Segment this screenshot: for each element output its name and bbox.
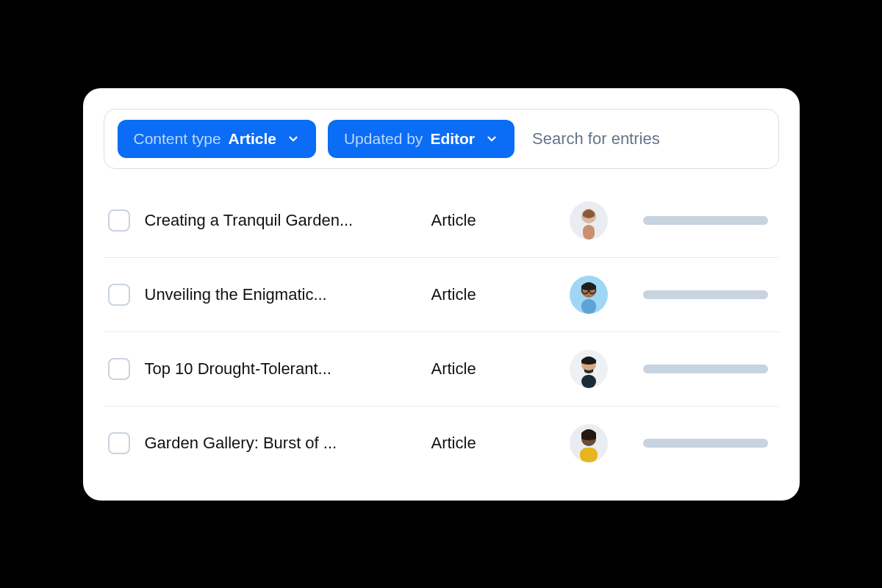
entry-row[interactable]: Creating a Tranquil Garden... Article (104, 184, 779, 258)
entry-type: Article (431, 434, 549, 453)
row-checkbox[interactable] (108, 432, 130, 454)
filter-value: Article (229, 130, 276, 148)
svg-rect-8 (581, 299, 596, 314)
entry-type: Article (431, 211, 549, 230)
filter-label: Content type (134, 130, 221, 148)
entry-row[interactable]: Unveiling the Enigmatic... Article (104, 258, 779, 332)
status-placeholder (643, 439, 768, 448)
row-checkbox[interactable] (108, 358, 130, 380)
chevron-down-icon (485, 132, 498, 146)
entry-row[interactable]: Top 10 Drought-Tolerant... Article (104, 332, 779, 406)
svg-rect-14 (580, 448, 598, 462)
status-placeholder (643, 290, 768, 299)
entry-title: Garden Gallery: Burst of ... (145, 434, 417, 453)
entry-row[interactable]: Garden Gallery: Burst of ... Article (104, 406, 779, 480)
filter-value: Editor (430, 130, 475, 148)
svg-rect-2 (583, 225, 595, 240)
entry-title: Top 10 Drought-Tolerant... (145, 359, 417, 379)
search-input[interactable] (526, 125, 764, 153)
chevron-down-icon (287, 132, 300, 146)
filter-label: Updated by (344, 130, 423, 148)
entry-type: Article (431, 359, 549, 379)
entry-title: Unveiling the Enigmatic... (145, 285, 417, 304)
avatar (570, 276, 608, 314)
status-placeholder (643, 216, 768, 225)
entry-title: Creating a Tranquil Garden... (145, 211, 417, 230)
entries-card: Content type Article Updated by Editor C… (83, 88, 800, 501)
status-placeholder (643, 365, 768, 373)
avatar (570, 424, 608, 462)
updated-by-filter[interactable]: Updated by Editor (328, 120, 514, 158)
avatar (570, 201, 608, 240)
svg-rect-11 (581, 375, 596, 388)
avatar (570, 350, 608, 388)
entry-type: Article (431, 285, 549, 304)
content-type-filter[interactable]: Content type Article (118, 120, 316, 158)
row-checkbox[interactable] (108, 209, 130, 232)
row-checkbox[interactable] (108, 284, 130, 306)
filter-bar: Content type Article Updated by Editor (104, 109, 779, 169)
